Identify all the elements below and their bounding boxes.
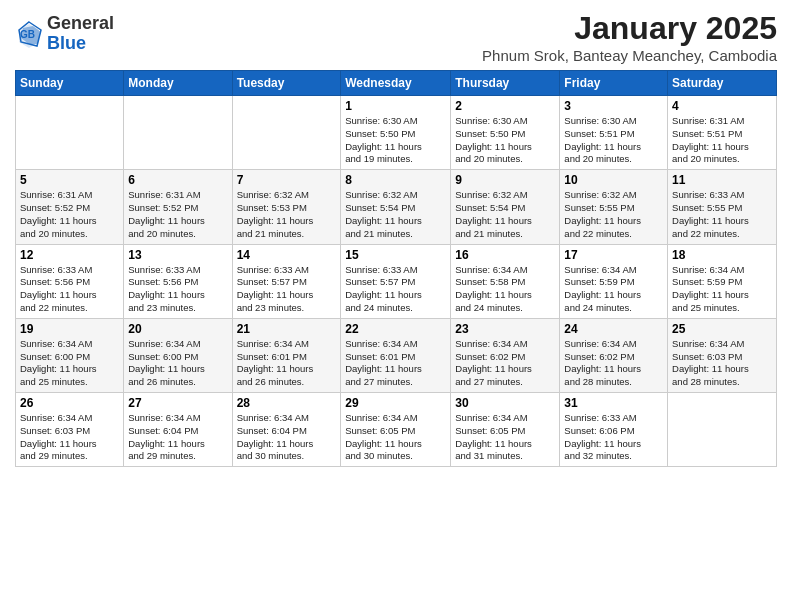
day-number: 26 [20,396,119,410]
day-info: Sunrise: 6:34 AM Sunset: 6:03 PM Dayligh… [672,338,772,389]
day-number: 30 [455,396,555,410]
day-number: 9 [455,173,555,187]
day-info: Sunrise: 6:33 AM Sunset: 5:57 PM Dayligh… [345,264,446,315]
calendar-cell-w3-d1: 13Sunrise: 6:33 AM Sunset: 5:56 PM Dayli… [124,244,232,318]
calendar-cell-w3-d5: 17Sunrise: 6:34 AM Sunset: 5:59 PM Dayli… [560,244,668,318]
calendar-cell-w5-d5: 31Sunrise: 6:33 AM Sunset: 6:06 PM Dayli… [560,393,668,467]
col-tuesday: Tuesday [232,71,341,96]
day-number: 1 [345,99,446,113]
day-number: 31 [564,396,663,410]
day-info: Sunrise: 6:32 AM Sunset: 5:54 PM Dayligh… [455,189,555,240]
day-info: Sunrise: 6:30 AM Sunset: 5:50 PM Dayligh… [455,115,555,166]
day-info: Sunrise: 6:34 AM Sunset: 5:59 PM Dayligh… [564,264,663,315]
day-number: 13 [128,248,227,262]
calendar-cell-w2-d2: 7Sunrise: 6:32 AM Sunset: 5:53 PM Daylig… [232,170,341,244]
generalblue-logo-icon: GB [15,20,43,48]
day-number: 25 [672,322,772,336]
col-thursday: Thursday [451,71,560,96]
calendar-cell-w2-d1: 6Sunrise: 6:31 AM Sunset: 5:52 PM Daylig… [124,170,232,244]
day-info: Sunrise: 6:33 AM Sunset: 5:57 PM Dayligh… [237,264,337,315]
calendar-cell-w4-d5: 24Sunrise: 6:34 AM Sunset: 6:02 PM Dayli… [560,318,668,392]
calendar-cell-w5-d2: 28Sunrise: 6:34 AM Sunset: 6:04 PM Dayli… [232,393,341,467]
day-info: Sunrise: 6:34 AM Sunset: 6:01 PM Dayligh… [345,338,446,389]
day-number: 23 [455,322,555,336]
page-subtitle: Phnum Srok, Banteay Meanchey, Cambodia [482,47,777,64]
calendar-cell-w1-d4: 2Sunrise: 6:30 AM Sunset: 5:50 PM Daylig… [451,96,560,170]
day-number: 24 [564,322,663,336]
day-number: 2 [455,99,555,113]
week-row-2: 5Sunrise: 6:31 AM Sunset: 5:52 PM Daylig… [16,170,777,244]
day-number: 17 [564,248,663,262]
day-info: Sunrise: 6:31 AM Sunset: 5:52 PM Dayligh… [20,189,119,240]
day-number: 20 [128,322,227,336]
day-number: 6 [128,173,227,187]
calendar-cell-w1-d2 [232,96,341,170]
calendar-cell-w1-d3: 1Sunrise: 6:30 AM Sunset: 5:50 PM Daylig… [341,96,451,170]
calendar-cell-w1-d0 [16,96,124,170]
calendar-cell-w5-d4: 30Sunrise: 6:34 AM Sunset: 6:05 PM Dayli… [451,393,560,467]
day-info: Sunrise: 6:33 AM Sunset: 6:06 PM Dayligh… [564,412,663,463]
header: GB General Blue January 2025 Phnum Srok,… [15,10,777,64]
day-number: 27 [128,396,227,410]
day-info: Sunrise: 6:33 AM Sunset: 5:56 PM Dayligh… [20,264,119,315]
logo-general: General [47,13,114,33]
day-info: Sunrise: 6:31 AM Sunset: 5:51 PM Dayligh… [672,115,772,166]
day-number: 4 [672,99,772,113]
week-row-1: 1Sunrise: 6:30 AM Sunset: 5:50 PM Daylig… [16,96,777,170]
day-info: Sunrise: 6:34 AM Sunset: 6:02 PM Dayligh… [564,338,663,389]
calendar-cell-w5-d6 [668,393,777,467]
weekday-header-row: Sunday Monday Tuesday Wednesday Thursday… [16,71,777,96]
calendar-cell-w1-d5: 3Sunrise: 6:30 AM Sunset: 5:51 PM Daylig… [560,96,668,170]
day-info: Sunrise: 6:32 AM Sunset: 5:55 PM Dayligh… [564,189,663,240]
logo: GB General Blue [15,14,114,54]
calendar-header: Sunday Monday Tuesday Wednesday Thursday… [16,71,777,96]
col-friday: Friday [560,71,668,96]
calendar-cell-w5-d3: 29Sunrise: 6:34 AM Sunset: 6:05 PM Dayli… [341,393,451,467]
day-number: 11 [672,173,772,187]
calendar-cell-w4-d6: 25Sunrise: 6:34 AM Sunset: 6:03 PM Dayli… [668,318,777,392]
day-info: Sunrise: 6:34 AM Sunset: 6:02 PM Dayligh… [455,338,555,389]
day-number: 28 [237,396,337,410]
day-info: Sunrise: 6:30 AM Sunset: 5:50 PM Dayligh… [345,115,446,166]
calendar-cell-w3-d4: 16Sunrise: 6:34 AM Sunset: 5:58 PM Dayli… [451,244,560,318]
day-number: 14 [237,248,337,262]
day-info: Sunrise: 6:33 AM Sunset: 5:55 PM Dayligh… [672,189,772,240]
calendar-cell-w3-d3: 15Sunrise: 6:33 AM Sunset: 5:57 PM Dayli… [341,244,451,318]
day-info: Sunrise: 6:34 AM Sunset: 6:04 PM Dayligh… [237,412,337,463]
calendar-cell-w1-d1 [124,96,232,170]
calendar-cell-w2-d3: 8Sunrise: 6:32 AM Sunset: 5:54 PM Daylig… [341,170,451,244]
day-info: Sunrise: 6:33 AM Sunset: 5:56 PM Dayligh… [128,264,227,315]
calendar-table: Sunday Monday Tuesday Wednesday Thursday… [15,70,777,467]
calendar-cell-w1-d6: 4Sunrise: 6:31 AM Sunset: 5:51 PM Daylig… [668,96,777,170]
logo-text: General Blue [47,14,114,54]
calendar-body: 1Sunrise: 6:30 AM Sunset: 5:50 PM Daylig… [16,96,777,467]
day-number: 18 [672,248,772,262]
week-row-5: 26Sunrise: 6:34 AM Sunset: 6:03 PM Dayli… [16,393,777,467]
day-number: 8 [345,173,446,187]
day-info: Sunrise: 6:34 AM Sunset: 5:59 PM Dayligh… [672,264,772,315]
day-info: Sunrise: 6:32 AM Sunset: 5:53 PM Dayligh… [237,189,337,240]
day-number: 21 [237,322,337,336]
calendar-cell-w3-d2: 14Sunrise: 6:33 AM Sunset: 5:57 PM Dayli… [232,244,341,318]
day-number: 3 [564,99,663,113]
day-number: 19 [20,322,119,336]
day-info: Sunrise: 6:34 AM Sunset: 6:00 PM Dayligh… [128,338,227,389]
day-info: Sunrise: 6:32 AM Sunset: 5:54 PM Dayligh… [345,189,446,240]
day-number: 16 [455,248,555,262]
calendar-cell-w4-d3: 22Sunrise: 6:34 AM Sunset: 6:01 PM Dayli… [341,318,451,392]
day-info: Sunrise: 6:34 AM Sunset: 6:04 PM Dayligh… [128,412,227,463]
col-sunday: Sunday [16,71,124,96]
calendar-cell-w2-d0: 5Sunrise: 6:31 AM Sunset: 5:52 PM Daylig… [16,170,124,244]
col-saturday: Saturday [668,71,777,96]
col-wednesday: Wednesday [341,71,451,96]
calendar-cell-w4-d0: 19Sunrise: 6:34 AM Sunset: 6:00 PM Dayli… [16,318,124,392]
title-area: January 2025 Phnum Srok, Banteay Meanche… [482,10,777,64]
calendar-cell-w2-d5: 10Sunrise: 6:32 AM Sunset: 5:55 PM Dayli… [560,170,668,244]
calendar-cell-w2-d4: 9Sunrise: 6:32 AM Sunset: 5:54 PM Daylig… [451,170,560,244]
day-number: 29 [345,396,446,410]
calendar-cell-w4-d4: 23Sunrise: 6:34 AM Sunset: 6:02 PM Dayli… [451,318,560,392]
page-title: January 2025 [482,10,777,47]
calendar-cell-w2-d6: 11Sunrise: 6:33 AM Sunset: 5:55 PM Dayli… [668,170,777,244]
day-info: Sunrise: 6:34 AM Sunset: 6:01 PM Dayligh… [237,338,337,389]
day-info: Sunrise: 6:34 AM Sunset: 5:58 PM Dayligh… [455,264,555,315]
